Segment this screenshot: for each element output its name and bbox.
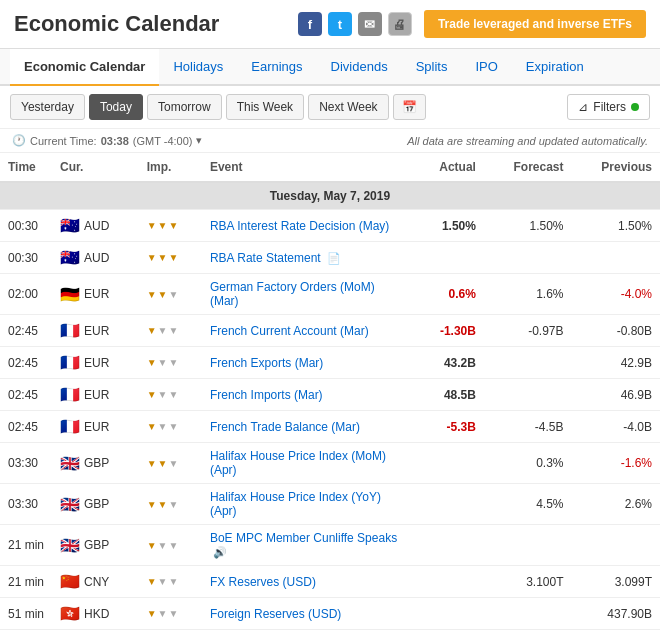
flag-icon: 🇦🇺 [60,248,80,267]
cell-forecast: -4.5B [484,411,572,443]
event-link[interactable]: RBA Interest Rate Decision (May) [210,219,389,233]
event-link[interactable]: French Current Account (Mar) [210,324,369,338]
imp-star: ▼ [147,220,157,231]
cell-event[interactable]: RBA Rate Statement 📄 [202,242,414,274]
imp-star: ▼ [147,608,157,619]
currency-code: GBP [84,538,109,552]
trade-button[interactable]: Trade leveraged and inverse ETFs [424,10,646,38]
cell-event[interactable]: French Exports (Mar) [202,347,414,379]
cell-time: 02:45 [0,379,52,411]
table-row: 02:00🇩🇪EUR▼▼▼German Factory Orders (MoM)… [0,274,660,315]
cell-event[interactable]: French Imports (Mar) [202,379,414,411]
event-link[interactable]: Halifax House Price Index (MoM) (Apr) [210,449,386,477]
table-row: 21 min🇨🇳CNY▼▼▼FX Reserves (USD)3.100T3.0… [0,566,660,598]
cell-previous: 3.099T [572,566,661,598]
cell-previous: 42.9B [572,347,661,379]
currency-code: AUD [84,251,109,265]
imp-star: ▼ [158,540,168,551]
imp-star: ▼ [158,576,168,587]
event-link[interactable]: BoE MPC Member Cunliffe Speaks [210,531,397,545]
imp-star: ▼ [158,389,168,400]
event-link[interactable]: French Trade Balance (Mar) [210,420,360,434]
event-link[interactable]: Foreign Reserves (USD) [210,607,341,621]
event-link[interactable]: Halifax House Price Index (YoY) (Apr) [210,490,381,518]
calendar-picker-button[interactable]: 📅 [393,94,426,120]
print-icon[interactable]: 🖨 [388,12,412,36]
cell-previous: -4.0% [572,274,661,315]
event-link[interactable]: RBA Rate Statement [210,251,321,265]
twitter-icon[interactable]: t [328,12,352,36]
cell-time: 51 min [0,598,52,630]
cell-event[interactable]: BoE MPC Member Cunliffe Speaks 🔊 [202,525,414,566]
email-icon[interactable]: ✉ [358,12,382,36]
flag-icon: 🇫🇷 [60,321,80,340]
cell-time: 02:45 [0,347,52,379]
cell-currency: 🇦🇺AUD [52,242,139,274]
cell-time: 02:45 [0,315,52,347]
table-row: 03:30🇬🇧GBP▼▼▼Halifax House Price Index (… [0,443,660,484]
event-link[interactable]: FX Reserves (USD) [210,575,316,589]
cell-event[interactable]: FX Reserves (USD) [202,566,414,598]
cell-previous: -1.6% [572,443,661,484]
yesterday-button[interactable]: Yesterday [10,94,85,120]
flag-icon: 🇫🇷 [60,385,80,404]
cell-forecast: 1.50% [484,210,572,242]
cell-event[interactable]: RBA Interest Rate Decision (May) [202,210,414,242]
cell-importance: ▼▼▼ [139,210,202,242]
tab-holidays[interactable]: Holidays [159,49,237,86]
current-time-bar: 🕐 Current Time: 03:38 (GMT -4:00) ▾ All … [0,129,660,153]
cell-actual [414,525,484,566]
cell-importance: ▼▼▼ [139,347,202,379]
cell-currency: 🇩🇪EUR [52,274,139,315]
flag-icon: 🇩🇪 [60,285,80,304]
cell-event[interactable]: French Current Account (Mar) [202,315,414,347]
cell-event[interactable]: French Trade Balance (Mar) [202,411,414,443]
tab-earnings[interactable]: Earnings [237,49,316,86]
tab-ipo[interactable]: IPO [461,49,511,86]
facebook-icon[interactable]: f [298,12,322,36]
imp-star: ▼ [168,576,178,587]
cell-currency: 🇦🇺AUD [52,210,139,242]
timezone-dropdown-icon[interactable]: ▾ [196,134,202,147]
currency-code: GBP [84,497,109,511]
cell-currency: 🇨🇳CNY [52,566,139,598]
filter-active-dot [631,103,639,111]
imp-star: ▼ [168,325,178,336]
cell-event[interactable]: Foreign Reserves (USD) [202,598,414,630]
page-header: Economic Calendar f t ✉ 🖨 Trade leverage… [0,0,660,49]
cell-importance: ▼▼▼ [139,242,202,274]
tab-splits[interactable]: Splits [402,49,462,86]
cell-importance: ▼▼▼ [139,411,202,443]
col-previous: Previous [572,153,661,182]
tomorrow-button[interactable]: Tomorrow [147,94,222,120]
tab-expiration[interactable]: Expiration [512,49,598,86]
next-week-button[interactable]: Next Week [308,94,388,120]
flag-icon: 🇭🇰 [60,604,80,623]
cell-event[interactable]: German Factory Orders (MoM) (Mar) [202,274,414,315]
cell-event[interactable]: Halifax House Price Index (YoY) (Apr) [202,484,414,525]
imp-star: ▼ [158,220,168,231]
event-link[interactable]: German Factory Orders (MoM) (Mar) [210,280,375,308]
nav-tabs: Economic Calendar Holidays Earnings Divi… [0,49,660,86]
this-week-button[interactable]: This Week [226,94,304,120]
cell-time: 03:30 [0,484,52,525]
currency-code: HKD [84,607,109,621]
cell-actual: 0.6% [414,274,484,315]
cell-importance: ▼▼▼ [139,443,202,484]
cell-event[interactable]: Halifax House Price Index (MoM) (Apr) [202,443,414,484]
filters-button[interactable]: ⊿ Filters [567,94,650,120]
flag-icon: 🇫🇷 [60,353,80,372]
date-separator-row: Tuesday, May 7, 2019 [0,182,660,210]
tab-dividends[interactable]: Dividends [317,49,402,86]
imp-star: ▼ [147,499,157,510]
cell-actual: 48.5B [414,379,484,411]
today-button[interactable]: Today [89,94,143,120]
event-link[interactable]: French Exports (Mar) [210,356,323,370]
imp-star: ▼ [158,458,168,469]
tab-economic-calendar[interactable]: Economic Calendar [10,49,159,86]
imp-star: ▼ [147,252,157,263]
col-cur: Cur. [52,153,139,182]
event-link[interactable]: French Imports (Mar) [210,388,323,402]
col-forecast: Forecast [484,153,572,182]
flag-icon: 🇦🇺 [60,216,80,235]
